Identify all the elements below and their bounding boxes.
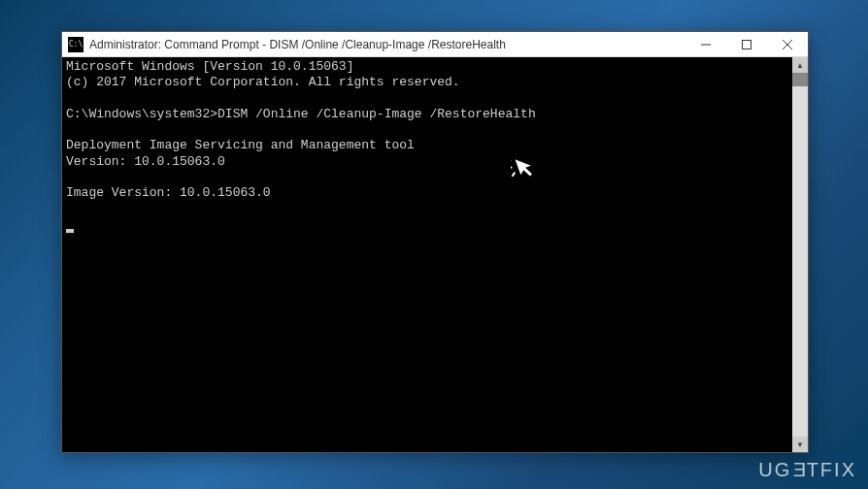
watermark-text: UG	[758, 459, 791, 480]
svg-rect-1	[743, 40, 751, 49]
window-title: Administrator: Command Prompt - DISM /On…	[89, 38, 685, 51]
scrollbar-thumb[interactable]	[792, 73, 808, 86]
scrollbar[interactable]: ▲ ▼	[792, 57, 808, 452]
command-prompt-window: C:\ Administrator: Command Prompt - DISM…	[61, 31, 809, 453]
scrollbar-up-arrow[interactable]: ▲	[792, 57, 808, 73]
minimize-icon	[701, 40, 711, 49]
window-controls	[685, 32, 808, 56]
output-line: (c) 2017 Microsoft Corporation. All righ…	[66, 75, 460, 89]
output-line: Microsoft Windows [Version 10.0.15063]	[66, 59, 353, 74]
terminal-body: Microsoft Windows [Version 10.0.15063] (…	[62, 57, 808, 452]
watermark-text: TFIX	[807, 459, 856, 480]
close-button[interactable]	[767, 32, 808, 56]
terminal-output[interactable]: Microsoft Windows [Version 10.0.15063] (…	[62, 57, 792, 452]
output-line: Deployment Image Servicing and Managemen…	[66, 138, 415, 152]
prompt-line: C:\Windows\system32>DISM /Online /Cleanu…	[66, 107, 536, 121]
maximize-icon	[742, 40, 751, 49]
titlebar[interactable]: C:\ Administrator: Command Prompt - DISM…	[62, 32, 808, 57]
text-cursor	[66, 229, 74, 233]
app-icon: C:\	[68, 37, 83, 52]
output-line: Version: 10.0.15063.0	[66, 154, 225, 169]
output-line: Image Version: 10.0.15063.0	[66, 185, 271, 200]
watermark-flipped-char: E	[791, 459, 806, 481]
maximize-button[interactable]	[726, 32, 767, 56]
close-icon	[783, 40, 792, 49]
scrollbar-down-arrow[interactable]: ▼	[792, 437, 808, 452]
minimize-button[interactable]	[685, 32, 726, 56]
watermark: UGETFIX	[758, 459, 856, 481]
